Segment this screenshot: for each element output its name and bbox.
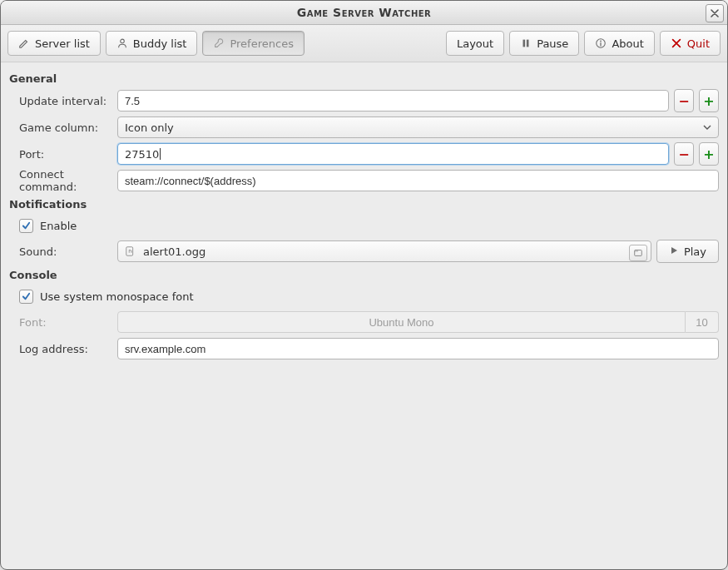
- group-general-title: General: [9, 72, 719, 85]
- window-close-button[interactable]: [706, 4, 724, 22]
- update-interval-increment[interactable]: +: [699, 89, 719, 112]
- quit-icon: [671, 37, 682, 49]
- pause-label: Pause: [537, 37, 568, 50]
- sound-file-chooser[interactable]: alert01.ogg: [117, 240, 651, 262]
- audio-file-icon: [125, 245, 136, 257]
- group-notifications-title: Notifications: [9, 198, 719, 211]
- info-icon: [595, 37, 607, 49]
- close-icon: [711, 9, 719, 17]
- about-button[interactable]: About: [584, 31, 654, 56]
- person-icon: [116, 37, 128, 49]
- connect-command-label: Connect command:: [9, 168, 117, 193]
- port-input[interactable]: 27510: [117, 143, 669, 165]
- buddy-list-button[interactable]: Buddy list: [106, 31, 198, 56]
- port-value: 27510: [125, 148, 159, 161]
- notifications-enable-label: Enable: [40, 220, 77, 232]
- svg-point-0: [121, 39, 125, 43]
- font-size-input: [686, 311, 719, 333]
- check-icon: [22, 221, 31, 230]
- connect-command-input[interactable]: [117, 170, 719, 191]
- game-column-value: Icon only: [125, 121, 174, 134]
- wrench-icon: [213, 37, 225, 49]
- about-label: About: [612, 37, 643, 50]
- sound-label: Sound:: [9, 245, 117, 258]
- buddy-list-label: Buddy list: [133, 37, 187, 50]
- sound-play-label: Play: [684, 245, 706, 258]
- pencil-icon: [18, 37, 30, 49]
- quit-label: Quit: [687, 37, 710, 50]
- notifications-enable-checkbox[interactable]: [19, 219, 33, 233]
- quit-button[interactable]: Quit: [660, 31, 721, 56]
- svg-rect-1: [523, 40, 526, 47]
- preferences-panel: General Update interval: − + Game column…: [1, 62, 727, 569]
- use-system-mono-label: Use system monospace font: [40, 290, 194, 303]
- play-icon: [669, 245, 679, 258]
- update-interval-input[interactable]: [117, 90, 669, 112]
- layout-label: Layout: [457, 37, 493, 50]
- sound-file-browse[interactable]: [629, 245, 647, 261]
- log-address-label: Log address:: [9, 343, 117, 355]
- preferences-label: Preferences: [230, 37, 293, 50]
- server-list-label: Server list: [35, 37, 90, 50]
- svg-rect-5: [601, 42, 602, 46]
- update-interval-decrement[interactable]: −: [674, 89, 694, 112]
- svg-rect-8: [635, 250, 638, 252]
- log-address-input[interactable]: [117, 338, 719, 359]
- use-system-mono-checkbox[interactable]: [19, 290, 33, 304]
- sound-file-name: alert01.ogg: [143, 245, 206, 258]
- chevron-down-icon: [703, 121, 711, 134]
- game-column-select[interactable]: Icon only: [117, 116, 719, 138]
- group-console-title: Console: [9, 269, 719, 281]
- toolbar: Server list Buddy list Preferences Layou…: [1, 25, 727, 62]
- font-name-input: [117, 311, 686, 333]
- font-label: Font:: [9, 316, 117, 329]
- pause-icon: [520, 37, 532, 49]
- svg-rect-2: [527, 40, 529, 47]
- titlebar: Game Server Watcher: [1, 1, 727, 25]
- port-decrement[interactable]: −: [674, 142, 694, 166]
- browse-icon: [633, 248, 643, 258]
- port-label: Port:: [9, 148, 117, 161]
- update-interval-label: Update interval:: [9, 95, 117, 107]
- game-column-label: Game column:: [9, 121, 117, 134]
- sound-play-button[interactable]: Play: [656, 240, 719, 263]
- app-window: Game Server Watcher Server list Buddy li…: [0, 0, 728, 570]
- server-list-button[interactable]: Server list: [7, 31, 101, 56]
- port-increment[interactable]: +: [699, 142, 719, 166]
- layout-button[interactable]: Layout: [446, 31, 504, 56]
- check-icon: [22, 292, 31, 301]
- svg-point-4: [601, 41, 602, 42]
- preferences-button[interactable]: Preferences: [202, 31, 304, 56]
- pause-button[interactable]: Pause: [509, 31, 579, 56]
- window-title: Game Server Watcher: [297, 6, 432, 19]
